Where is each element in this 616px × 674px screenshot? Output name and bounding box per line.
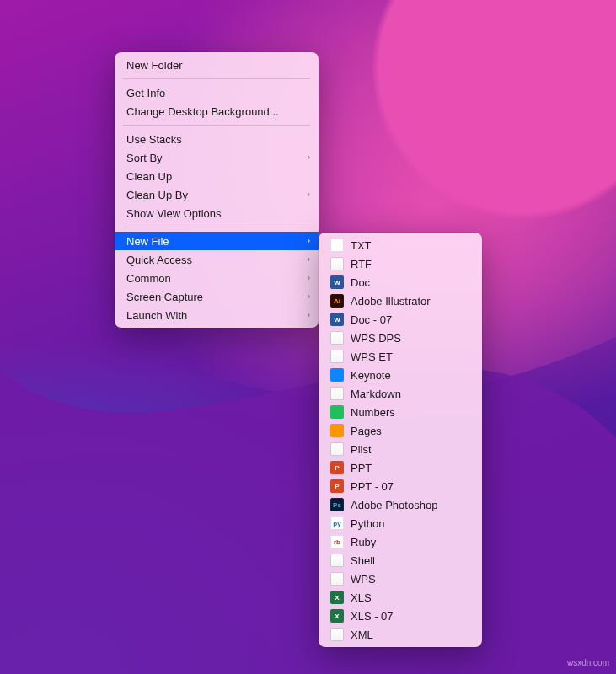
submenu-item[interactable]: Pages <box>319 421 482 440</box>
context-menu: New FolderGet InfoChange Desktop Backgro… <box>115 52 319 328</box>
submenu-item[interactable]: AiAdobe Illustrator <box>319 292 482 310</box>
chevron-right-icon: › <box>308 190 310 199</box>
menu-item[interactable]: Get Info <box>115 83 319 102</box>
menu-item-label: Common <box>126 272 171 285</box>
file-type-icon: W <box>330 275 344 289</box>
menu-item-label: Change Desktop Background... <box>126 105 279 118</box>
submenu-item[interactable]: PPPT <box>319 458 482 477</box>
submenu-item-label: WPS ET <box>351 350 393 363</box>
menu-item[interactable]: Use Stacks <box>115 130 319 148</box>
menu-item-label: Use Stacks <box>126 133 182 146</box>
submenu-item-label: Pages <box>351 425 382 437</box>
submenu-item-label: Doc <box>351 276 370 289</box>
file-type-icon <box>330 424 344 437</box>
menu-item[interactable]: Launch With› <box>115 306 319 324</box>
file-type-icon <box>330 387 344 400</box>
submenu-item-label: PPT <box>351 462 372 474</box>
submenu-item[interactable]: TXT <box>319 236 482 254</box>
submenu-item-label: Markdown <box>351 388 401 400</box>
submenu-item[interactable]: RTF <box>319 254 482 273</box>
submenu-item-label: Doc - 07 <box>351 313 392 326</box>
file-type-icon: X <box>330 609 344 623</box>
submenu-item[interactable]: WPS ET <box>319 347 482 366</box>
submenu-item-label: XLS <box>351 591 372 604</box>
menu-item-label: Quick Access <box>126 254 192 266</box>
menu-item-label: Screen Capture <box>126 291 203 303</box>
submenu-item-label: XLS - 07 <box>351 610 394 623</box>
chevron-right-icon: › <box>308 274 310 282</box>
submenu-item-label: Plist <box>351 443 372 456</box>
chevron-right-icon: › <box>308 292 310 301</box>
submenu-item-label: XML <box>351 629 373 641</box>
submenu-item[interactable]: Numbers <box>319 403 482 421</box>
menu-item-label: Sort By <box>126 152 163 164</box>
submenu-item-label: Keynote <box>351 369 391 382</box>
menu-item-label: Launch With <box>126 309 187 322</box>
menu-item[interactable]: Common› <box>115 269 319 287</box>
file-type-icon: Ai <box>330 294 344 308</box>
file-type-icon <box>330 442 344 456</box>
new-file-submenu: TXTRTFWDocAiAdobe IllustratorWDoc - 07WP… <box>319 233 482 647</box>
menu-separator <box>123 227 310 227</box>
submenu-item-label: Shell <box>351 554 375 567</box>
submenu-item-label: Python <box>351 517 384 530</box>
menu-item[interactable]: Show View Options <box>115 204 319 222</box>
submenu-item-label: Adobe Illustrator <box>351 295 431 308</box>
file-type-icon: py <box>330 516 344 530</box>
file-type-icon: P <box>330 479 344 493</box>
menu-item[interactable]: New File› <box>115 232 319 250</box>
file-type-icon <box>330 238 344 252</box>
submenu-item[interactable]: pyPython <box>319 514 482 532</box>
file-type-icon: rb <box>330 535 344 548</box>
submenu-item-label: RTF <box>351 258 372 270</box>
menu-item-label: New Folder <box>126 59 182 72</box>
submenu-item[interactable]: Shell <box>319 551 482 570</box>
submenu-item-label: Numbers <box>351 406 395 419</box>
chevron-right-icon: › <box>308 311 310 319</box>
submenu-item-label: TXT <box>351 239 372 252</box>
menu-item-label: Get Info <box>126 87 165 99</box>
file-type-icon <box>330 554 344 567</box>
menu-separator <box>123 78 310 79</box>
file-type-icon <box>330 331 344 345</box>
desktop[interactable]: New FolderGet InfoChange Desktop Backgro… <box>0 0 616 674</box>
menu-item-label: Clean Up By <box>126 189 188 201</box>
submenu-item[interactable]: WPS DPS <box>319 329 482 347</box>
submenu-item[interactable]: WDoc - 07 <box>319 310 482 329</box>
submenu-item[interactable]: PsAdobe Photoshop <box>319 495 482 514</box>
menu-item[interactable]: Change Desktop Background... <box>115 102 319 120</box>
submenu-item-label: Ruby <box>351 536 376 548</box>
menu-item[interactable]: Clean Up By› <box>115 185 319 204</box>
menu-item[interactable]: Sort By› <box>115 148 319 167</box>
file-type-icon: X <box>330 591 344 604</box>
file-type-icon: Ps <box>330 498 344 511</box>
submenu-item-label: WPS DPS <box>351 332 401 345</box>
chevron-right-icon: › <box>308 255 310 264</box>
submenu-item[interactable]: Plist <box>319 440 482 458</box>
menu-separator <box>123 125 310 126</box>
submenu-item[interactable]: Keynote <box>319 366 482 384</box>
menu-item[interactable]: Quick Access› <box>115 250 319 269</box>
menu-item[interactable]: Screen Capture› <box>115 287 319 306</box>
submenu-item[interactable]: rbRuby <box>319 532 482 551</box>
submenu-item[interactable]: XXLS - 07 <box>319 607 482 625</box>
submenu-item-label: WPS <box>351 573 376 586</box>
menu-item[interactable]: Clean Up <box>115 167 319 185</box>
submenu-item[interactable]: XML <box>319 625 482 644</box>
submenu-item[interactable]: WDoc <box>319 273 482 292</box>
submenu-item[interactable]: XXLS <box>319 588 482 607</box>
menu-item[interactable]: New Folder <box>115 56 319 74</box>
file-type-icon <box>330 350 344 363</box>
submenu-item[interactable]: PPPT - 07 <box>319 477 482 495</box>
chevron-right-icon: › <box>308 153 310 162</box>
submenu-item[interactable]: WPS <box>319 570 482 588</box>
menu-item-label: New File <box>126 235 169 248</box>
chevron-right-icon: › <box>308 237 310 245</box>
file-type-icon <box>330 572 344 586</box>
file-type-icon <box>330 405 344 419</box>
menu-item-label: Clean Up <box>126 170 172 183</box>
submenu-item[interactable]: Markdown <box>319 384 482 403</box>
watermark: wsxdn.com <box>567 658 609 667</box>
file-type-icon <box>330 628 344 641</box>
submenu-item-label: PPT - 07 <box>351 480 394 493</box>
